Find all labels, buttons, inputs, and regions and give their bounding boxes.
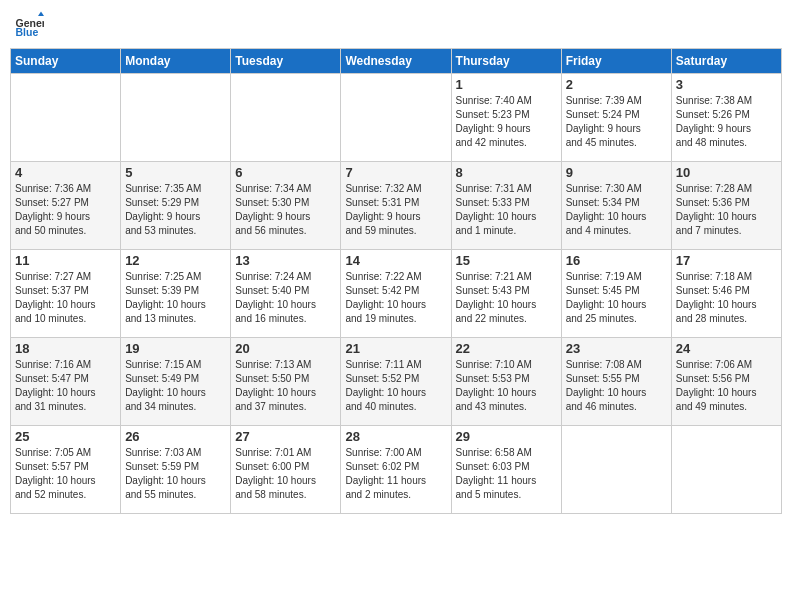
day-number: 2 [566,77,667,92]
day-cell: 3Sunrise: 7:38 AM Sunset: 5:26 PM Daylig… [671,74,781,162]
day-number: 27 [235,429,336,444]
day-info: Sunrise: 7:34 AM Sunset: 5:30 PM Dayligh… [235,182,336,238]
day-cell: 5Sunrise: 7:35 AM Sunset: 5:29 PM Daylig… [121,162,231,250]
day-number: 15 [456,253,557,268]
day-number: 21 [345,341,446,356]
day-cell: 2Sunrise: 7:39 AM Sunset: 5:24 PM Daylig… [561,74,671,162]
day-info: Sunrise: 7:15 AM Sunset: 5:49 PM Dayligh… [125,358,226,414]
weekday-header-tuesday: Tuesday [231,49,341,74]
day-number: 1 [456,77,557,92]
day-info: Sunrise: 7:40 AM Sunset: 5:23 PM Dayligh… [456,94,557,150]
day-cell: 21Sunrise: 7:11 AM Sunset: 5:52 PM Dayli… [341,338,451,426]
svg-marker-2 [38,12,44,17]
day-cell: 19Sunrise: 7:15 AM Sunset: 5:49 PM Dayli… [121,338,231,426]
logo-icon: General Blue [14,10,44,40]
page-header: General Blue [10,10,782,40]
day-info: Sunrise: 7:35 AM Sunset: 5:29 PM Dayligh… [125,182,226,238]
day-info: Sunrise: 7:36 AM Sunset: 5:27 PM Dayligh… [15,182,116,238]
day-info: Sunrise: 7:03 AM Sunset: 5:59 PM Dayligh… [125,446,226,502]
day-info: Sunrise: 7:25 AM Sunset: 5:39 PM Dayligh… [125,270,226,326]
day-cell: 10Sunrise: 7:28 AM Sunset: 5:36 PM Dayli… [671,162,781,250]
day-cell: 18Sunrise: 7:16 AM Sunset: 5:47 PM Dayli… [11,338,121,426]
day-info: Sunrise: 7:39 AM Sunset: 5:24 PM Dayligh… [566,94,667,150]
day-cell: 28Sunrise: 7:00 AM Sunset: 6:02 PM Dayli… [341,426,451,514]
day-info: Sunrise: 7:05 AM Sunset: 5:57 PM Dayligh… [15,446,116,502]
day-info: Sunrise: 7:19 AM Sunset: 5:45 PM Dayligh… [566,270,667,326]
day-cell [341,74,451,162]
day-cell: 26Sunrise: 7:03 AM Sunset: 5:59 PM Dayli… [121,426,231,514]
day-info: Sunrise: 6:58 AM Sunset: 6:03 PM Dayligh… [456,446,557,502]
logo: General Blue [14,10,48,40]
day-info: Sunrise: 7:27 AM Sunset: 5:37 PM Dayligh… [15,270,116,326]
day-number: 20 [235,341,336,356]
day-info: Sunrise: 7:22 AM Sunset: 5:42 PM Dayligh… [345,270,446,326]
day-number: 19 [125,341,226,356]
day-number: 11 [15,253,116,268]
day-info: Sunrise: 7:00 AM Sunset: 6:02 PM Dayligh… [345,446,446,502]
day-cell: 14Sunrise: 7:22 AM Sunset: 5:42 PM Dayli… [341,250,451,338]
day-info: Sunrise: 7:11 AM Sunset: 5:52 PM Dayligh… [345,358,446,414]
day-info: Sunrise: 7:01 AM Sunset: 6:00 PM Dayligh… [235,446,336,502]
calendar-table: SundayMondayTuesdayWednesdayThursdayFrid… [10,48,782,514]
day-cell: 11Sunrise: 7:27 AM Sunset: 5:37 PM Dayli… [11,250,121,338]
day-cell [11,74,121,162]
day-cell: 1Sunrise: 7:40 AM Sunset: 5:23 PM Daylig… [451,74,561,162]
day-number: 24 [676,341,777,356]
weekday-header-sunday: Sunday [11,49,121,74]
day-cell: 29Sunrise: 6:58 AM Sunset: 6:03 PM Dayli… [451,426,561,514]
day-info: Sunrise: 7:32 AM Sunset: 5:31 PM Dayligh… [345,182,446,238]
day-cell: 24Sunrise: 7:06 AM Sunset: 5:56 PM Dayli… [671,338,781,426]
day-cell: 9Sunrise: 7:30 AM Sunset: 5:34 PM Daylig… [561,162,671,250]
day-cell: 8Sunrise: 7:31 AM Sunset: 5:33 PM Daylig… [451,162,561,250]
day-info: Sunrise: 7:31 AM Sunset: 5:33 PM Dayligh… [456,182,557,238]
day-info: Sunrise: 7:38 AM Sunset: 5:26 PM Dayligh… [676,94,777,150]
day-cell: 15Sunrise: 7:21 AM Sunset: 5:43 PM Dayli… [451,250,561,338]
day-cell: 6Sunrise: 7:34 AM Sunset: 5:30 PM Daylig… [231,162,341,250]
weekday-header-friday: Friday [561,49,671,74]
day-number: 18 [15,341,116,356]
day-cell: 16Sunrise: 7:19 AM Sunset: 5:45 PM Dayli… [561,250,671,338]
day-number: 25 [15,429,116,444]
day-cell: 7Sunrise: 7:32 AM Sunset: 5:31 PM Daylig… [341,162,451,250]
day-info: Sunrise: 7:13 AM Sunset: 5:50 PM Dayligh… [235,358,336,414]
weekday-header-thursday: Thursday [451,49,561,74]
day-info: Sunrise: 7:24 AM Sunset: 5:40 PM Dayligh… [235,270,336,326]
day-info: Sunrise: 7:06 AM Sunset: 5:56 PM Dayligh… [676,358,777,414]
day-number: 10 [676,165,777,180]
day-cell: 22Sunrise: 7:10 AM Sunset: 5:53 PM Dayli… [451,338,561,426]
day-cell: 23Sunrise: 7:08 AM Sunset: 5:55 PM Dayli… [561,338,671,426]
day-number: 13 [235,253,336,268]
day-cell [561,426,671,514]
day-number: 9 [566,165,667,180]
week-row-4: 18Sunrise: 7:16 AM Sunset: 5:47 PM Dayli… [11,338,782,426]
day-cell [231,74,341,162]
day-cell [121,74,231,162]
day-number: 7 [345,165,446,180]
day-cell: 20Sunrise: 7:13 AM Sunset: 5:50 PM Dayli… [231,338,341,426]
day-number: 4 [15,165,116,180]
day-number: 29 [456,429,557,444]
day-number: 17 [676,253,777,268]
day-number: 23 [566,341,667,356]
day-info: Sunrise: 7:21 AM Sunset: 5:43 PM Dayligh… [456,270,557,326]
day-number: 6 [235,165,336,180]
day-number: 22 [456,341,557,356]
day-number: 28 [345,429,446,444]
day-number: 8 [456,165,557,180]
week-row-5: 25Sunrise: 7:05 AM Sunset: 5:57 PM Dayli… [11,426,782,514]
week-row-3: 11Sunrise: 7:27 AM Sunset: 5:37 PM Dayli… [11,250,782,338]
day-number: 12 [125,253,226,268]
day-info: Sunrise: 7:30 AM Sunset: 5:34 PM Dayligh… [566,182,667,238]
day-info: Sunrise: 7:10 AM Sunset: 5:53 PM Dayligh… [456,358,557,414]
day-info: Sunrise: 7:08 AM Sunset: 5:55 PM Dayligh… [566,358,667,414]
day-number: 14 [345,253,446,268]
day-cell: 4Sunrise: 7:36 AM Sunset: 5:27 PM Daylig… [11,162,121,250]
svg-text:Blue: Blue [16,26,39,38]
day-cell [671,426,781,514]
day-cell: 13Sunrise: 7:24 AM Sunset: 5:40 PM Dayli… [231,250,341,338]
day-info: Sunrise: 7:16 AM Sunset: 5:47 PM Dayligh… [15,358,116,414]
weekday-header-wednesday: Wednesday [341,49,451,74]
day-cell: 27Sunrise: 7:01 AM Sunset: 6:00 PM Dayli… [231,426,341,514]
day-cell: 12Sunrise: 7:25 AM Sunset: 5:39 PM Dayli… [121,250,231,338]
day-number: 3 [676,77,777,92]
